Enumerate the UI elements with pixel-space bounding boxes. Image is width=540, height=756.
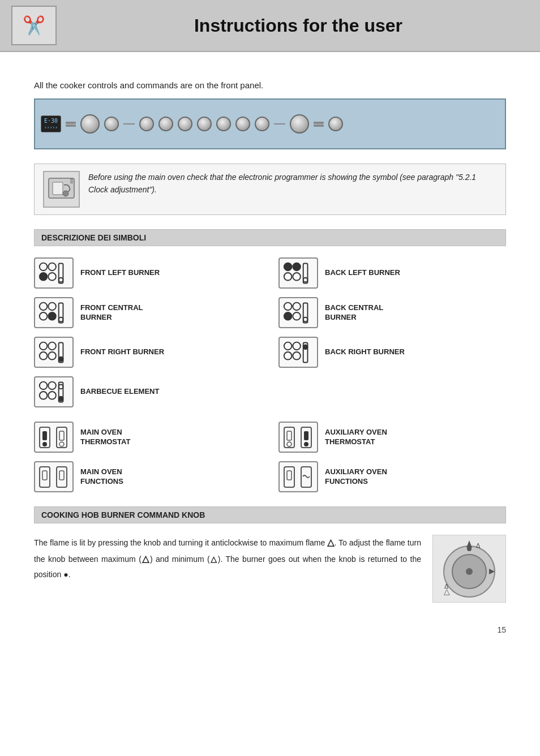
svg-point-24 [284,302,292,310]
flame-max-symbol-2: △ [142,554,150,564]
svg-point-48 [59,396,63,401]
back-left-label: BACK LEFT BURNER [325,268,400,278]
svg-point-19 [48,302,56,310]
svg-point-47 [59,384,63,389]
svg-point-2 [63,191,68,196]
svg-rect-53 [59,431,64,440]
panel-divider-1 [123,123,135,124]
svg-point-44 [40,392,48,400]
back-left-icon [278,257,318,289]
svg-point-36 [284,342,292,350]
section-descrizione: DESCRIZIONE DEI SIMBOLI [34,229,506,246]
symbol-front-right: FRONT RIGHT BURNER [34,337,262,368]
svg-point-30 [40,342,48,350]
panel-ticks-2 [314,122,324,127]
panel-knob-10 [290,114,309,134]
page-number: 15 [0,614,540,640]
panel-knob-8 [235,117,250,131]
svg-rect-50 [42,431,47,440]
front-panel-diagram: E·30››››› [34,98,506,149]
main-functions-label: MAIN OVENFUNCTIONS [80,467,123,487]
svg-point-57 [287,442,292,446]
front-right-label: FRONT RIGHT BURNER [80,347,164,357]
svg-point-33 [48,352,56,360]
svg-point-31 [48,342,56,350]
main-functions-icon [34,461,74,492]
barbecue-label: BARBECUE ELEMENT [80,387,159,397]
svg-rect-66 [287,471,292,480]
svg-rect-52 [57,427,67,448]
svg-point-6 [40,263,48,270]
symbol-aux-functions: AUXILIARY OVENFUNCTIONS [278,461,506,492]
aux-functions-label: AUXILIARY OVENFUNCTIONS [325,467,387,487]
cooking-hob-text: The flame is lit by pressing the knob an… [34,535,421,582]
svg-point-42 [40,381,48,389]
svg-rect-62 [42,471,47,480]
svg-rect-55 [284,427,294,448]
symbol-barbecue: BARBECUE ELEMENT [34,376,262,407]
panel-knob-6 [197,117,212,131]
back-right-icon [278,337,318,368]
panel-divider-2 [274,123,285,124]
svg-rect-28 [303,303,308,323]
svg-point-32 [40,352,48,360]
barbecue-icon [34,376,74,407]
svg-rect-65 [284,467,294,487]
svg-point-54 [59,442,64,446]
panel-knob-9 [255,117,269,131]
svg-rect-63 [57,467,67,487]
note-box: Before using the main oven check that th… [34,164,506,215]
panel-knob-2 [104,117,119,131]
svg-point-39 [293,352,301,360]
note-text: Before using the main oven check that th… [88,171,497,196]
panel-knob-4 [158,117,173,131]
main-thermostat-label: MAIN OVENTHERMOSTAT [80,428,130,447]
note-icon [43,171,80,208]
svg-point-25 [293,302,301,310]
svg-point-38 [284,352,292,360]
panel-knob-11 [328,117,343,131]
svg-rect-56 [287,431,292,440]
front-central-icon [34,297,74,328]
empty-cell [278,376,506,407]
flame-min-symbol: △ [210,555,218,564]
symbol-aux-thermostat: AUXILIARY OVENTHERMOSTAT [278,422,506,453]
content-area: All the cooker controls and commands are… [0,52,540,614]
panel-knob-3 [139,117,154,131]
panel-knob-1 [80,114,100,134]
svg-point-60 [304,442,308,446]
aux-thermostat-label: AUXILIARY OVENTHERMOSTAT [325,428,387,447]
svg-point-12 [284,263,292,270]
svg-text:Δ: Δ [444,583,449,590]
svg-point-21 [48,312,56,320]
cooking-hob-diagram: △ Δ Δ [432,535,506,603]
panel-controls: E·30››››› [41,114,499,134]
svg-point-35 [59,356,63,361]
section-cooking-hob: COOKING HOB BURNER COMMAND KNOB [34,506,506,523]
svg-rect-64 [59,471,64,480]
svg-point-11 [59,277,63,282]
intro-text: All the cooker controls and commands are… [34,80,506,90]
front-left-label: FRONT LEFT BURNER [80,268,160,278]
svg-point-41 [303,345,308,349]
panel-ticks-1 [66,122,76,127]
symbol-back-central: BACK CENTRALBURNER [278,297,506,328]
svg-point-26 [284,312,292,320]
svg-rect-61 [40,467,50,487]
aux-functions-icon [278,461,318,492]
panel-knob-5 [178,117,192,131]
svg-point-17 [303,277,308,282]
symbol-main-thermostat: MAIN OVENTHERMOSTAT [34,422,262,453]
aux-thermostat-icon [278,422,318,453]
front-left-icon [34,257,74,289]
panel-knob-7 [216,117,231,131]
svg-rect-10 [59,263,63,283]
svg-rect-1 [53,182,63,195]
symbols-grid: FRONT LEFT BURNER BACK LEFT BURNER [34,257,506,407]
clock-display: E·30››››› [41,115,61,132]
svg-point-23 [59,317,63,321]
flame-off-symbol: ● [63,570,68,579]
symbol-front-central: FRONT CENTRALBURNER [34,297,262,328]
manual-icon: ✂️ [11,6,57,45]
svg-point-45 [48,392,56,400]
